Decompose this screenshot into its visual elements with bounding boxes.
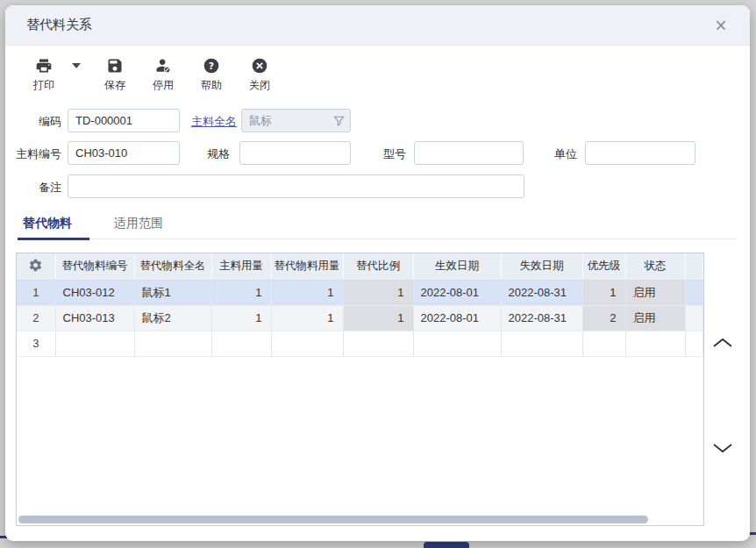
main-material-name-field bbox=[241, 109, 351, 132]
column-header-start-date: 生效日期 bbox=[413, 253, 501, 280]
horizontal-scrollbar-thumb[interactable] bbox=[18, 516, 648, 523]
column-header-status: 状态 bbox=[625, 253, 685, 280]
unit-label: 单位 bbox=[521, 146, 577, 162]
dialog-close-icon[interactable]: × bbox=[708, 12, 734, 39]
grid-body: 1CH03-012鼠标11112022-08-012022-08-311启用2C… bbox=[17, 280, 703, 356]
cell-filler bbox=[685, 280, 703, 305]
disable-button[interactable]: 停用 bbox=[144, 56, 182, 93]
cell-end-date[interactable]: 2022-08-31 bbox=[501, 305, 582, 331]
print-dropdown-caret-icon[interactable] bbox=[72, 63, 81, 68]
cell-sub-qty[interactable]: 1 bbox=[271, 280, 343, 305]
cell-sub-code[interactable]: CH03-012 bbox=[55, 280, 134, 305]
column-header-priority: 优先级 bbox=[582, 253, 625, 280]
main-material-name-link[interactable]: 主料全名 bbox=[191, 114, 237, 130]
grid-settings-header[interactable] bbox=[17, 253, 55, 280]
remark-label: 备注 bbox=[5, 180, 61, 196]
cell-end-date[interactable]: 2022-08-31 bbox=[501, 280, 582, 305]
substitute-relation-dialog: 替代料关系 × 打印 保存 停用 bbox=[5, 5, 750, 541]
help-icon: ? bbox=[203, 56, 221, 75]
background-page-button bbox=[424, 542, 469, 548]
cell-main-qty[interactable] bbox=[211, 331, 271, 356]
column-header-sub-code: 替代物料编号 bbox=[55, 253, 134, 280]
column-header-main-qty: 主料用量 bbox=[211, 253, 271, 280]
column-header-ratio: 替代比例 bbox=[343, 253, 413, 280]
disable-label: 停用 bbox=[153, 78, 174, 93]
print-button[interactable]: 打印 bbox=[25, 56, 63, 93]
close-circle-icon bbox=[251, 56, 269, 75]
cell-filler bbox=[685, 305, 703, 331]
grid-header-filler bbox=[685, 253, 703, 280]
column-header-end-date: 失效日期 bbox=[501, 253, 582, 280]
close-button[interactable]: 关闭 bbox=[240, 56, 279, 93]
cell-end-date[interactable] bbox=[501, 331, 582, 356]
cell-priority[interactable]: 2 bbox=[582, 305, 625, 331]
cell-filler bbox=[685, 331, 703, 356]
column-header-sub-name: 替代物料全名 bbox=[134, 253, 211, 280]
row-number[interactable]: 2 bbox=[17, 305, 55, 331]
spec-label: 规格 bbox=[174, 146, 230, 162]
toolbar: 打印 保存 停用 ? bbox=[25, 56, 279, 93]
cell-status[interactable]: 启用 bbox=[625, 305, 685, 331]
print-label: 打印 bbox=[33, 78, 54, 93]
save-button[interactable]: 保存 bbox=[96, 56, 134, 93]
cell-start-date[interactable]: 2022-08-01 bbox=[413, 280, 501, 305]
dialog-title: 替代料关系 bbox=[26, 17, 92, 33]
printer-icon bbox=[35, 56, 53, 75]
cell-status[interactable]: 启用 bbox=[625, 280, 685, 305]
cell-sub-code[interactable]: CH03-013 bbox=[55, 305, 134, 331]
column-header-sub-qty: 替代物料用量 bbox=[271, 253, 343, 280]
model-label: 型号 bbox=[350, 146, 406, 162]
cell-sub-code[interactable] bbox=[55, 331, 134, 356]
filter-funnel-icon[interactable] bbox=[332, 113, 346, 128]
cell-ratio[interactable] bbox=[343, 331, 413, 356]
main-material-code-input[interactable] bbox=[68, 141, 180, 165]
cell-sub-qty[interactable]: 1 bbox=[271, 305, 343, 331]
main-material-code-label: 主料编号 bbox=[5, 146, 61, 162]
row-number[interactable]: 1 bbox=[17, 280, 55, 305]
grid-header-row: 替代物料编号替代物料全名主料用量替代物料用量替代比例生效日期失效日期优先级状态 bbox=[17, 253, 703, 280]
spec-input[interactable] bbox=[239, 141, 351, 165]
cell-priority[interactable] bbox=[582, 331, 625, 356]
table-row[interactable]: 2CH03-013鼠标21112022-08-012022-08-312启用 bbox=[17, 305, 703, 331]
table-row[interactable]: 1CH03-012鼠标11112022-08-012022-08-311启用 bbox=[17, 280, 703, 305]
code-input[interactable] bbox=[68, 109, 180, 132]
help-button[interactable]: ? 帮助 bbox=[192, 56, 231, 93]
disable-user-icon bbox=[154, 56, 173, 75]
remark-input[interactable] bbox=[68, 174, 524, 198]
unit-input[interactable] bbox=[585, 141, 695, 165]
gear-icon bbox=[28, 263, 43, 275]
code-label: 编码 bbox=[5, 114, 61, 130]
save-label: 保存 bbox=[104, 78, 125, 93]
table-row[interactable]: 3 bbox=[17, 331, 703, 356]
svg-text:?: ? bbox=[209, 60, 214, 71]
cell-status[interactable] bbox=[625, 331, 685, 356]
cell-sub-qty[interactable] bbox=[271, 331, 343, 356]
tab-bar: 替代物料 适用范围 bbox=[18, 210, 737, 239]
row-number[interactable]: 3 bbox=[17, 331, 55, 356]
move-row-up-button[interactable] bbox=[710, 331, 736, 354]
cell-main-qty[interactable]: 1 bbox=[211, 280, 271, 305]
tab-applicable-scope[interactable]: 适用范围 bbox=[109, 210, 181, 238]
substitute-grid: 替代物料编号替代物料全名主料用量替代物料用量替代比例生效日期失效日期优先级状态 … bbox=[16, 253, 704, 526]
cell-sub-name[interactable]: 鼠标2 bbox=[134, 305, 211, 331]
cell-ratio[interactable]: 1 bbox=[343, 280, 413, 305]
tab-substitute-materials[interactable]: 替代物料 bbox=[18, 210, 89, 240]
save-icon bbox=[106, 56, 125, 75]
cell-start-date[interactable] bbox=[413, 331, 501, 356]
cell-priority[interactable]: 1 bbox=[582, 280, 625, 305]
dialog-titlebar: 替代料关系 × bbox=[5, 5, 750, 46]
cell-ratio[interactable]: 1 bbox=[343, 305, 413, 331]
cell-sub-name[interactable] bbox=[134, 331, 211, 356]
cell-start-date[interactable]: 2022-08-01 bbox=[413, 305, 501, 331]
close-label: 关闭 bbox=[249, 78, 270, 93]
cell-main-qty[interactable]: 1 bbox=[211, 305, 271, 331]
move-row-down-button[interactable] bbox=[710, 437, 736, 459]
cell-sub-name[interactable]: 鼠标1 bbox=[134, 280, 211, 305]
model-input[interactable] bbox=[414, 141, 524, 165]
help-label: 帮助 bbox=[201, 78, 222, 93]
